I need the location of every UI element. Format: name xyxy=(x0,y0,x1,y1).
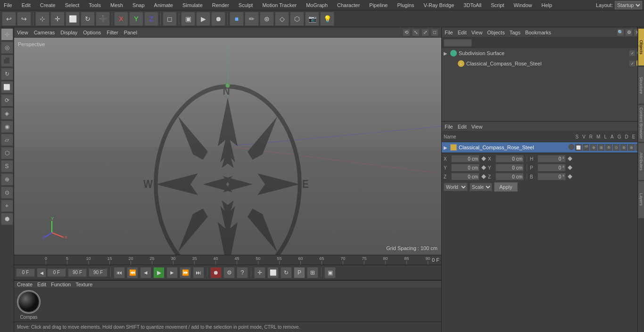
vp-icon-1[interactable]: ⟲ xyxy=(403,29,410,36)
vp-icon-3[interactable]: ⤢ xyxy=(421,29,429,36)
tab-content-browser[interactable]: Content Browser xyxy=(638,105,644,142)
material-preview[interactable] xyxy=(17,290,41,314)
redo-button[interactable]: ↪ xyxy=(17,12,31,26)
scale-select[interactable]: Scale xyxy=(470,183,492,191)
left-tool-1[interactable]: ⊹ xyxy=(1,28,13,40)
om-objects[interactable]: Objects xyxy=(487,30,504,35)
curve-btn[interactable]: ↻ xyxy=(281,267,292,278)
coord-h-input[interactable] xyxy=(537,155,566,162)
coord-z-arrows[interactable] xyxy=(481,174,486,179)
motion-clip-btn[interactable]: ▣ xyxy=(324,267,336,278)
frame-start-input[interactable] xyxy=(16,268,35,277)
coord-b-input[interactable] xyxy=(537,173,566,180)
coord-p-arrows[interactable] xyxy=(568,165,572,170)
mat-ctrl-9[interactable]: ⊗ xyxy=(628,144,635,151)
coord-y2-input[interactable] xyxy=(495,164,524,171)
object-row-subdivision[interactable]: ▶ Subdivision Surface ✓ xyxy=(442,48,644,58)
mat-ctrl-5[interactable]: ⊞ xyxy=(598,144,604,151)
help-btn[interactable]: ? xyxy=(237,267,248,278)
om-search-icon[interactable]: 🔍 xyxy=(617,29,624,36)
mat-ctrl-4[interactable]: ⊕ xyxy=(590,144,597,151)
render-view-btn[interactable]: ▶ xyxy=(196,12,210,26)
mat-ctrl-1[interactable] xyxy=(569,144,574,150)
coord-z-input[interactable] xyxy=(451,173,479,180)
viewport[interactable]: N S E W Perspective Grid Spacing : 100 c… xyxy=(14,38,441,255)
next-frame-btn[interactable]: ⏩ xyxy=(180,267,191,278)
mat-function-label[interactable]: Function xyxy=(51,282,71,287)
select-tool[interactable]: ⊹ xyxy=(35,12,50,26)
undo-button[interactable]: ↩ xyxy=(2,12,16,26)
coord-p-input[interactable] xyxy=(537,164,566,171)
menu-create[interactable]: Create xyxy=(38,1,58,9)
vp-menu-options[interactable]: Options xyxy=(83,30,101,35)
x-axis-btn[interactable]: X xyxy=(114,12,128,26)
world-select[interactable]: World Object xyxy=(444,183,468,191)
grid-btn[interactable]: ⊞ xyxy=(307,267,318,278)
left-tool-13[interactable]: ⊙ xyxy=(1,186,13,199)
coord-z2-input[interactable] xyxy=(495,173,524,180)
move-tool[interactable]: ✛ xyxy=(50,12,65,26)
coord-y-input[interactable] xyxy=(451,164,479,171)
frame-down-btn[interactable]: ◂ xyxy=(37,268,46,277)
go-start-btn[interactable]: ⏮ xyxy=(114,267,125,278)
vp-menu-cameras[interactable]: Cameras xyxy=(34,30,55,35)
menu-snap[interactable]: Snap xyxy=(131,1,147,9)
auto-key-btn[interactable]: ⚙ xyxy=(223,267,235,278)
rotate-tool[interactable]: ↻ xyxy=(81,12,95,26)
menu-select[interactable]: Select xyxy=(63,1,82,9)
tab-layers[interactable]: Layers xyxy=(638,181,644,219)
obj-expand-1[interactable]: ▶ xyxy=(444,51,448,56)
z-axis-btn[interactable]: Z xyxy=(144,12,158,26)
menu-render[interactable]: Render xyxy=(210,1,231,9)
left-tool-12[interactable]: ⊕ xyxy=(1,173,13,186)
object-mode-btn[interactable]: ◻ xyxy=(163,12,177,26)
frame-end2-input[interactable] xyxy=(89,268,107,277)
apply-button[interactable]: Apply xyxy=(494,182,518,192)
menu-character[interactable]: Character xyxy=(335,1,362,9)
left-tool-5[interactable]: ⬜ xyxy=(1,81,13,93)
mat-edit-label[interactable]: Edit xyxy=(37,282,46,287)
mat-ctrl-2[interactable]: ⬜ xyxy=(575,144,582,151)
vp-menu-display[interactable]: Display xyxy=(60,30,77,35)
vp-menu-view[interactable]: View xyxy=(17,30,28,35)
left-tool-3[interactable]: ⬛ xyxy=(1,55,13,67)
mat-ctrl-7[interactable]: ⊙ xyxy=(613,144,619,151)
nurbs-btn[interactable]: ⊛ xyxy=(260,12,274,26)
menu-script[interactable]: Script xyxy=(489,1,506,9)
left-tool-4[interactable]: ↻ xyxy=(1,68,13,80)
frame-end-input[interactable] xyxy=(68,268,87,277)
spline-btn[interactable]: ✏ xyxy=(245,12,259,26)
obj-ctrl-check[interactable]: ✓ xyxy=(629,50,636,57)
mat-ctrl-6[interactable]: ⟰ xyxy=(605,144,612,151)
coord-x-input[interactable] xyxy=(451,155,479,162)
left-tool-6[interactable]: ⟳ xyxy=(1,94,13,106)
om-filter-icon[interactable]: ⚙ xyxy=(625,29,633,36)
om-view[interactable]: View xyxy=(471,30,483,35)
prev-key-btn[interactable]: ◄ xyxy=(140,267,151,278)
scale-tool[interactable]: ⬜ xyxy=(66,12,80,26)
menu-help[interactable]: Help xyxy=(540,1,554,9)
left-tool-2[interactable]: ◎ xyxy=(1,41,13,54)
cube-btn[interactable]: ■ xyxy=(230,12,244,26)
camera-btn[interactable]: 📷 xyxy=(305,12,319,26)
frame-current-input[interactable] xyxy=(47,268,66,277)
attr-edit[interactable]: Edit xyxy=(458,124,467,130)
vp-icon-4[interactable]: □ xyxy=(431,29,438,36)
coord-x-arrows[interactable] xyxy=(481,156,486,161)
go-end-btn[interactable]: ⏭ xyxy=(193,267,204,278)
key-transport-btn[interactable]: ⬜ xyxy=(267,267,279,278)
menu-sculpt[interactable]: Sculpt xyxy=(237,1,255,9)
mat-expand[interactable]: ▶ xyxy=(444,145,448,150)
om-search-input[interactable] xyxy=(444,39,472,47)
menu-3dtoall[interactable]: 3DToAll xyxy=(462,1,483,9)
left-tool-9[interactable]: ▱ xyxy=(1,134,13,146)
menu-window[interactable]: Window xyxy=(512,1,534,9)
menu-pipeline[interactable]: Pipeline xyxy=(367,1,389,9)
coord-h-arrows[interactable] xyxy=(568,156,572,161)
menu-vray[interactable]: V-Ray Bridge xyxy=(422,1,456,9)
pos-btn[interactable]: P xyxy=(294,267,305,278)
coord-b-arrows[interactable] xyxy=(568,174,572,179)
attr-view[interactable]: View xyxy=(471,124,483,130)
attr-file[interactable]: File xyxy=(445,124,453,130)
menu-tools[interactable]: Tools xyxy=(87,1,103,9)
